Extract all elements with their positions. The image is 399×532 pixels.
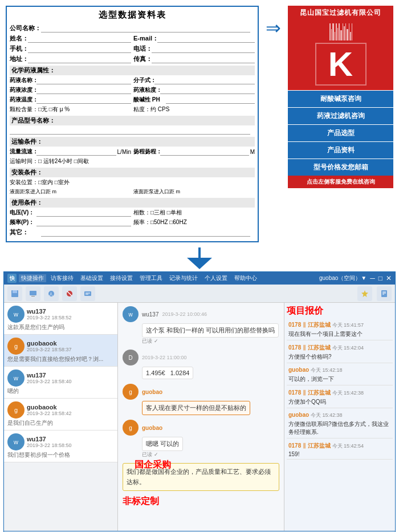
- top-section: 选型数据资料表 公司名称： 姓名： E-mail： 手机： 电话：: [0, 0, 399, 245]
- voltage-label: 电压(V)：: [10, 209, 35, 217]
- topbar-item-5[interactable]: 记录与统计: [167, 274, 200, 282]
- topbar-item-6[interactable]: 个人设置: [202, 274, 230, 282]
- msg-avatar-guobao2: g: [123, 420, 139, 436]
- phone-field: [28, 45, 131, 53]
- svg-rect-3: [30, 291, 36, 295]
- ph-col: 酸碱性 PH: [133, 96, 255, 104]
- list-item-3[interactable]: g guobaook 2019-3-22 18:58:42 是我们自己生产的: [4, 399, 117, 431]
- visc-col: 药液粘度：: [133, 86, 255, 94]
- menu-btn-4[interactable]: 型号价格发您邮箱: [288, 159, 393, 176]
- list-item-1[interactable]: g guobaook 2019-3-22 18:58:37 您是需要我们直接给您…: [4, 335, 117, 367]
- list-user-info-0: wu137 2019-3-22 18:58:52: [27, 308, 114, 320]
- company-row: 公司名称：: [10, 24, 255, 33]
- chat-logo: 快: [7, 274, 17, 283]
- menu-btn-2[interactable]: 产品选型: [288, 125, 393, 141]
- liquid-in-col: 液面距泵进入口距 m: [10, 188, 131, 196]
- svg-rect-2: [13, 294, 17, 297]
- topbar-item-1[interactable]: 访客接待: [48, 274, 76, 282]
- topbar-item-7[interactable]: 帮助中心: [232, 274, 259, 282]
- product-section-title: 产品型号名称：: [10, 116, 255, 125]
- chat-toolbar: 人: [4, 285, 395, 303]
- list-time-3: 2019-3-22 18:58:42: [27, 411, 114, 416]
- liquid-in-label: 液面距泵进入口距 m: [10, 188, 56, 196]
- right-text-5: 159!: [288, 451, 391, 457]
- topbar-item-2[interactable]: 基础设置: [78, 274, 105, 282]
- addr-field: [28, 55, 131, 63]
- usage-section-title: 使用条件：: [10, 198, 255, 208]
- list-preview-1: 您是需要我们直接给您报价对吧？浏...: [7, 355, 114, 363]
- list-user-row-0: w wu137 2019-3-22 18:58:52: [7, 306, 114, 323]
- menu-btn-3[interactable]: 产品资料: [288, 142, 393, 159]
- topbar-item-0[interactable]: 快捷操作: [19, 274, 46, 282]
- msg-avatar-0: w: [123, 306, 139, 322]
- viscosity-note: 粘度：约 CPS: [133, 105, 169, 113]
- list-user-row-1: g guobaook 2019-3-22 18:58:37: [7, 338, 114, 355]
- right-time-1: 今天 15:42:04: [332, 345, 364, 351]
- list-user-info-2: wu137 2019-3-22 18:58:40: [27, 372, 114, 384]
- right-msg-3: 0178 ‖ 江苏盐城 今天 15:42:38 方便加个QQ吗: [287, 387, 393, 408]
- topbar-item-3[interactable]: 接待设置: [108, 274, 135, 282]
- particle-row: 颗粒含量：□无 □有 μ % 粘度：约 CPS: [10, 105, 255, 113]
- company-header: 昆山国宝过滤机有限公司: [288, 6, 393, 20]
- toolbar-monitor-icon[interactable]: [26, 286, 40, 301]
- product-field: [10, 127, 250, 135]
- middle-down-arrow: [0, 245, 399, 271]
- toolbar-blacklist-icon[interactable]: [62, 286, 77, 301]
- chat-topbar: 快 快捷操作 访客接待 基础设置 接待设置 管理工具 记录与统计 个人设置 帮助…: [4, 272, 395, 285]
- menu-btn-0[interactable]: 耐酸碱泵咨询: [288, 91, 393, 107]
- read-status-guobao2: 已读 ✓: [142, 451, 279, 458]
- company-logo-k: K: [315, 43, 367, 86]
- temp-col: 药液温度：: [10, 96, 131, 104]
- density-label: 药液浓度：: [10, 86, 35, 94]
- right-text-0: 现在我有一个项目上需要这个: [288, 330, 391, 338]
- particle-col: 颗粒含量：□无 □有 μ %: [10, 105, 131, 113]
- list-item-2[interactable]: w wu137 2019-3-22 18:58:40 嗯的: [4, 367, 117, 399]
- chat-window: 快 快捷操作 访客接待 基础设置 接待设置 管理工具 记录与统计 个人设置 帮助…: [3, 271, 396, 531]
- toolbar-transfer-icon[interactable]: 人: [44, 286, 59, 301]
- right-text-3: 方便加个QQ吗: [288, 398, 391, 406]
- svg-marker-12: [361, 290, 368, 297]
- toolbar-card-icon[interactable]: [80, 286, 95, 301]
- right-msg-4: guobao 今天 15:42:38 方便微信联系吗?微信也多方式，我这业务经理…: [287, 410, 393, 438]
- hz-label: 频率：□50HZ □60HZ: [133, 218, 187, 226]
- liquid-row: 液面距泵进入口距 m 液面距泵进入口距 m: [10, 188, 255, 196]
- topbar-item-4[interactable]: 管理工具: [137, 274, 165, 282]
- msg-bubble-guobao2: 嗯嗯 可以的: [142, 437, 183, 451]
- contact-email-row: 姓名： E-mail：: [10, 34, 255, 43]
- indoor-label: 安装位置：□室内 □室外: [10, 178, 70, 186]
- toolbar-save-icon[interactable]: [7, 286, 22, 301]
- menu-btn-1[interactable]: 药液过滤机咨询: [288, 108, 393, 124]
- email-field: [157, 35, 255, 43]
- fax-field: [152, 55, 255, 63]
- minimize-icon[interactable]: ─: [370, 274, 375, 282]
- msg-header-data: D 2019-3-22 11:00:00: [123, 350, 279, 366]
- list-time-1: 2019-3-22 18:58:37: [27, 347, 114, 352]
- list-username-3: guobaook: [27, 404, 114, 411]
- transport-time-row: 运输时间：□ 运转24小时 □间歇: [10, 157, 255, 165]
- list-user-row-4: w wu137 2019-3-22 18:58:50: [7, 433, 114, 450]
- toolbar-doc-icon[interactable]: [377, 286, 392, 301]
- drug-name-label: 药液名称：: [10, 76, 35, 84]
- toolbar-star-icon[interactable]: [357, 286, 372, 301]
- company-label: 公司名称：: [10, 24, 41, 33]
- ph-field: [166, 96, 255, 104]
- msg-header-highlight: g guobao: [123, 384, 279, 400]
- list-item-4[interactable]: w wu137 2019-3-22 18:58:50 我们想要初步报一个价格: [4, 431, 117, 462]
- list-time-4: 2019-3-22 18:58:50: [27, 442, 114, 448]
- install-section-title: 安装条件：: [10, 168, 255, 177]
- list-user-row-2: w wu137 2019-3-22 18:58:40: [7, 369, 114, 387]
- email-label: E-mail：: [133, 34, 156, 43]
- tel-label: 电话：: [133, 44, 150, 53]
- phone-label: 手机：: [10, 44, 27, 53]
- other-row: 其它：: [10, 228, 255, 237]
- company-field: [41, 25, 250, 33]
- close-icon[interactable]: ✕: [386, 274, 392, 282]
- maximize-icon[interactable]: □: [378, 274, 382, 282]
- list-preview-0: 这款系是您们生产的吗: [7, 323, 114, 331]
- list-avatar-1: g: [7, 338, 25, 355]
- flow-col: 流量流速： L/Min: [10, 148, 131, 156]
- list-time-0: 2019-3-22 18:58:52: [27, 315, 114, 320]
- list-item-0[interactable]: w wu137 2019-3-22 18:58:52 这款系是您们生产的吗: [4, 303, 117, 335]
- chat-list[interactable]: w wu137 2019-3-22 18:58:52 这款系是您们生产的吗 g …: [4, 303, 118, 531]
- national-buy-label-container: 国企采购: [135, 459, 171, 471]
